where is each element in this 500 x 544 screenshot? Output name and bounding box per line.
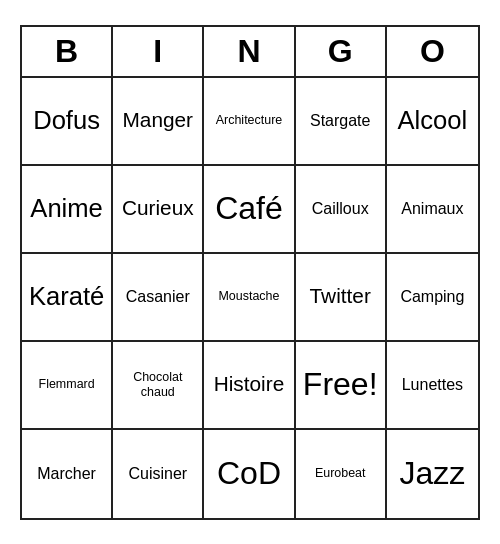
cell-text-r4-c3: Eurobeat [315, 466, 366, 481]
cell-r4-c2: CoD [204, 430, 295, 518]
cell-r2-c0: Karaté [22, 254, 113, 342]
cell-text-r4-c2: CoD [217, 454, 281, 492]
cell-text-r0-c4: Alcool [398, 105, 468, 136]
cell-text-r1-c1: Curieux [122, 196, 194, 221]
cell-r4-c0: Marcher [22, 430, 113, 518]
cell-r3-c1: Chocolat chaud [113, 342, 204, 430]
cell-text-r2-c2: Moustache [218, 289, 279, 304]
cell-r1-c2: Café [204, 166, 295, 254]
cell-r4-c4: Jazz [387, 430, 478, 518]
cell-text-r1-c2: Café [215, 189, 283, 227]
cell-r4-c1: Cuisiner [113, 430, 204, 518]
cell-r0-c4: Alcool [387, 78, 478, 166]
cell-r1-c3: Cailloux [296, 166, 387, 254]
cell-text-r1-c0: Anime [30, 193, 103, 224]
cell-r3-c2: Histoire [204, 342, 295, 430]
cell-r2-c1: Casanier [113, 254, 204, 342]
cell-text-r0-c0: Dofus [33, 105, 100, 136]
header-letter-n: N [204, 27, 295, 76]
cell-text-r2-c1: Casanier [126, 287, 190, 306]
header-letter-g: G [296, 27, 387, 76]
header-letter-b: B [22, 27, 113, 76]
cell-r1-c0: Anime [22, 166, 113, 254]
cell-text-r4-c1: Cuisiner [128, 464, 187, 483]
cell-r0-c1: Manger [113, 78, 204, 166]
bingo-grid: DofusMangerArchitectureStargateAlcoolAni… [22, 78, 478, 518]
bingo-card: BINGO DofusMangerArchitectureStargateAlc… [20, 25, 480, 520]
header-letter-o: O [387, 27, 478, 76]
cell-text-r0-c1: Manger [123, 108, 194, 133]
cell-r0-c3: Stargate [296, 78, 387, 166]
cell-r3-c4: Lunettes [387, 342, 478, 430]
cell-text-r1-c4: Animaux [401, 199, 463, 218]
cell-text-r3-c1: Chocolat chaud [117, 370, 198, 400]
cell-text-r3-c0: Flemmard [39, 377, 95, 392]
cell-text-r2-c3: Twitter [310, 284, 371, 309]
cell-text-r4-c4: Jazz [399, 454, 465, 492]
cell-r2-c4: Camping [387, 254, 478, 342]
cell-r1-c1: Curieux [113, 166, 204, 254]
cell-text-r0-c2: Architecture [216, 113, 283, 128]
cell-text-r4-c0: Marcher [37, 464, 96, 483]
cell-r0-c2: Architecture [204, 78, 295, 166]
cell-text-r3-c2: Histoire [214, 372, 285, 397]
cell-text-r2-c4: Camping [400, 287, 464, 306]
cell-text-r2-c0: Karaté [29, 281, 104, 312]
cell-r4-c3: Eurobeat [296, 430, 387, 518]
bingo-header: BINGO [22, 27, 478, 78]
cell-r2-c3: Twitter [296, 254, 387, 342]
cell-r3-c0: Flemmard [22, 342, 113, 430]
cell-r0-c0: Dofus [22, 78, 113, 166]
header-letter-i: I [113, 27, 204, 76]
cell-text-r0-c3: Stargate [310, 111, 370, 130]
cell-text-r1-c3: Cailloux [312, 199, 369, 218]
cell-r3-c3: Free! [296, 342, 387, 430]
cell-r1-c4: Animaux [387, 166, 478, 254]
cell-r2-c2: Moustache [204, 254, 295, 342]
cell-text-r3-c4: Lunettes [402, 375, 463, 394]
cell-text-r3-c3: Free! [303, 365, 378, 403]
